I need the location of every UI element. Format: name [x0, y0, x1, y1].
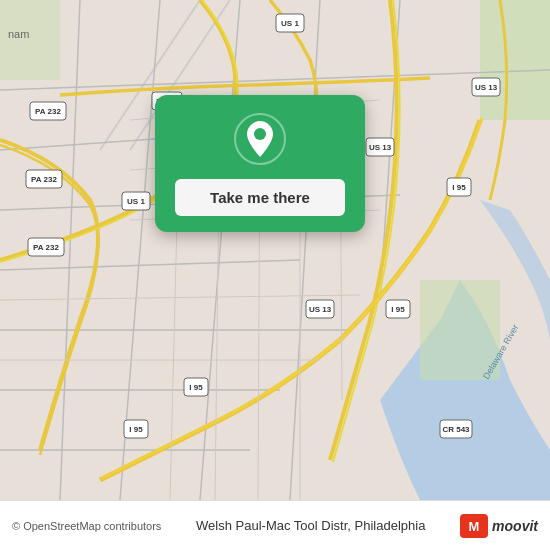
svg-text:PA 232: PA 232 [35, 107, 61, 116]
svg-point-59 [254, 128, 266, 140]
svg-text:US 1: US 1 [281, 19, 299, 28]
svg-text:US 13: US 13 [309, 305, 332, 314]
svg-text:US 1: US 1 [127, 197, 145, 206]
bottom-bar: © OpenStreetMap contributors Welsh Paul-… [0, 500, 550, 550]
svg-text:PA 232: PA 232 [33, 243, 59, 252]
map-svg: US 1 PA 232 PA 73 PA 232 US 1 PA 232 US … [0, 0, 550, 500]
moovit-logo: M moovit [460, 514, 538, 538]
svg-text:nam: nam [8, 28, 29, 40]
svg-rect-2 [0, 0, 60, 80]
svg-text:M: M [469, 519, 480, 534]
svg-text:US 13: US 13 [369, 143, 392, 152]
moovit-icon: M [460, 514, 488, 538]
take-me-there-button[interactable]: Take me there [175, 179, 345, 216]
location-label: Welsh Paul-Mac Tool Distr, Philadelphia [196, 518, 425, 533]
svg-text:I 95: I 95 [189, 383, 203, 392]
svg-text:I 95: I 95 [129, 425, 143, 434]
svg-text:CR 543: CR 543 [442, 425, 470, 434]
svg-rect-1 [480, 0, 550, 120]
location-card: Take me there [155, 95, 365, 232]
svg-text:I 95: I 95 [391, 305, 405, 314]
svg-text:US 13: US 13 [475, 83, 498, 92]
moovit-text: moovit [492, 518, 538, 534]
map-container: US 1 PA 232 PA 73 PA 232 US 1 PA 232 US … [0, 0, 550, 500]
svg-text:I 95: I 95 [452, 183, 466, 192]
copyright-text: © OpenStreetMap contributors [12, 520, 161, 532]
pin-icon [234, 113, 286, 165]
svg-text:PA 232: PA 232 [31, 175, 57, 184]
